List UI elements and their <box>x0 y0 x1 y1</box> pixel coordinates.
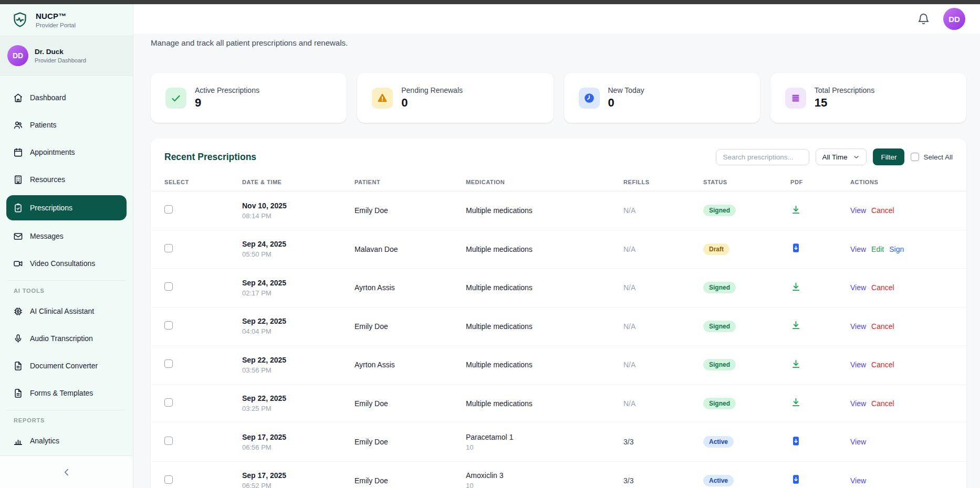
brand-name: NUCP™ <box>36 12 76 20</box>
row-checkbox[interactable] <box>164 321 173 330</box>
prescription-time: 05:50 PM <box>242 250 355 258</box>
table-header-row: SelectDate & TimePatientMedicationRefill… <box>151 173 966 192</box>
medication-name: Multiple medications <box>466 322 623 331</box>
action-cancel[interactable]: Cancel <box>871 360 894 369</box>
action-view[interactable]: View <box>850 206 866 215</box>
prescription-date: Sep 17, 2025 <box>242 433 355 441</box>
refills-value: 3/3 <box>623 476 633 485</box>
collapse-sidebar-button[interactable] <box>0 455 133 488</box>
sidebar-item-video-consultations[interactable]: Video Consultations <box>6 252 127 275</box>
action-view[interactable]: View <box>850 360 866 369</box>
sidebar-item-document-converter[interactable]: Document Converter <box>6 354 127 377</box>
action-view[interactable]: View <box>850 438 866 446</box>
stat-text: New Today0 <box>608 86 644 110</box>
cell-refills: 3/3 <box>623 437 703 447</box>
action-sign[interactable]: Sign <box>889 245 904 253</box>
prescription-date: Sep 22, 2025 <box>242 394 355 402</box>
refills-value: N/A <box>623 283 635 292</box>
medication-name: Multiple medications <box>466 245 623 253</box>
status-badge: Signed <box>703 398 736 409</box>
prescription-date: Sep 24, 2025 <box>242 240 355 248</box>
search-input[interactable] <box>716 149 809 165</box>
action-view[interactable]: View <box>850 245 866 253</box>
cell-actions: ViewCancel <box>850 399 953 408</box>
action-view[interactable]: View <box>850 476 866 485</box>
user-profile[interactable]: DD Dr. Duck Provider Dashboard <box>0 36 133 76</box>
stats-row: Active Prescriptions9Pending Renewals0Ne… <box>151 73 966 123</box>
download-pdf-icon[interactable] <box>790 204 801 215</box>
sidebar-item-dashboard[interactable]: Dashboard <box>6 86 127 109</box>
row-checkbox[interactable] <box>164 475 173 484</box>
row-checkbox[interactable] <box>164 398 173 407</box>
bar-chart-icon <box>13 436 23 446</box>
cell-patient: Emily Doe <box>355 476 466 485</box>
cell-select <box>164 437 242 447</box>
row-checkbox[interactable] <box>164 437 173 445</box>
bell-icon[interactable] <box>918 13 930 25</box>
refills-value: N/A <box>623 245 635 253</box>
cell-pdf <box>790 281 850 294</box>
download-pdf-icon[interactable] <box>790 320 801 331</box>
prescription-date: Sep 24, 2025 <box>242 279 355 287</box>
filter-button[interactable]: Filter <box>873 148 904 165</box>
cell-pdf <box>790 320 850 333</box>
sidebar-item-resources[interactable]: Resources <box>6 168 127 191</box>
sidebar-item-ai-clinical-assistant[interactable]: AI Clinical Assistant <box>6 300 127 323</box>
patient-name: Emily Doe <box>355 322 466 331</box>
time-filter-select[interactable]: All Time <box>816 148 867 165</box>
stat-value: 0 <box>401 96 463 110</box>
column-header-actions: Actions <box>850 179 953 185</box>
table-row: Sep 22, 202503:56 PMAyrton AssisMultiple… <box>151 346 966 385</box>
sidebar-item-patients[interactable]: Patients <box>6 113 127 136</box>
download-pdf-icon[interactable] <box>790 397 801 408</box>
sidebar: NUCP™ Provider Portal DD Dr. Duck Provid… <box>0 4 133 488</box>
cell-refills: N/A <box>623 245 703 254</box>
patient-name: Emily Doe <box>355 206 466 215</box>
action-cancel[interactable]: Cancel <box>871 283 894 292</box>
row-checkbox[interactable] <box>164 282 173 291</box>
sidebar-item-audio-transcription[interactable]: Audio Transcription <box>6 327 127 350</box>
cell-select <box>164 398 242 409</box>
cell-patient: Emily Doe <box>355 322 466 331</box>
sidebar-item-label: Resources <box>30 175 65 184</box>
action-view[interactable]: View <box>850 283 866 292</box>
cell-select <box>164 244 242 254</box>
action-view[interactable]: View <box>850 399 866 408</box>
row-checkbox[interactable] <box>164 244 173 252</box>
sidebar-item-messages[interactable]: Messages <box>6 225 127 248</box>
sidebar-item-prescriptions[interactable]: Prescriptions <box>6 195 127 220</box>
action-cancel[interactable]: Cancel <box>871 399 894 408</box>
action-edit[interactable]: Edit <box>871 245 884 253</box>
file-download-icon[interactable] <box>790 436 801 447</box>
page-subtitle: Manage and track all patient prescriptio… <box>151 38 966 47</box>
action-view[interactable]: View <box>850 322 866 331</box>
medication-name: Multiple medications <box>466 206 623 215</box>
cell-medication: Multiple medications <box>466 283 623 292</box>
cell-date-time: Sep 24, 202505:50 PM <box>242 240 355 258</box>
cell-date-time: Sep 17, 202506:56 PM <box>242 433 355 451</box>
cell-actions: View <box>850 476 953 485</box>
column-header-patient: Patient <box>355 179 466 185</box>
medication-name: Multiple medications <box>466 360 623 369</box>
action-cancel[interactable]: Cancel <box>871 206 894 215</box>
select-all-checkbox[interactable] <box>911 153 919 161</box>
cell-date-time: Sep 24, 202502:17 PM <box>242 279 355 297</box>
check-icon <box>165 88 186 109</box>
cell-actions: ViewEditSign <box>850 245 953 253</box>
file-download-icon[interactable] <box>790 474 801 485</box>
sidebar-item-forms-templates[interactable]: Forms & Templates <box>6 381 127 405</box>
cell-pdf <box>790 358 850 372</box>
sidebar-item-analytics[interactable]: Analytics <box>6 429 127 452</box>
row-checkbox[interactable] <box>164 205 173 214</box>
status-badge: Active <box>703 436 734 448</box>
cpu-icon <box>13 306 23 316</box>
action-cancel[interactable]: Cancel <box>871 322 894 331</box>
sidebar-item-label: Messages <box>30 232 64 240</box>
download-pdf-icon[interactable] <box>790 281 801 292</box>
file-download-icon[interactable] <box>790 242 801 253</box>
sidebar-item-appointments[interactable]: Appointments <box>6 141 127 164</box>
row-checkbox[interactable] <box>164 359 173 368</box>
cell-patient: Emily Doe <box>355 438 466 446</box>
topbar-avatar[interactable]: DD <box>943 8 965 30</box>
download-pdf-icon[interactable] <box>790 358 801 369</box>
